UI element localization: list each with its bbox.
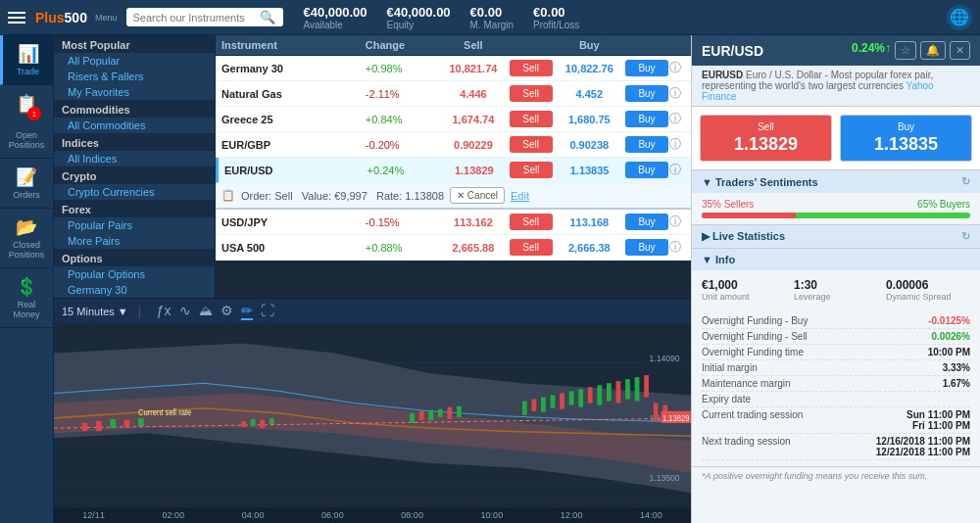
sell-button-area[interactable]: Sell [510, 60, 554, 76]
table-row[interactable]: USA 500 +0.88% 2,665.88 Sell 2,666.38 Bu… [216, 235, 691, 261]
buy-button-area[interactable]: Buy [625, 60, 669, 76]
overnight-sell-label: Overnight Funding - Sell [702, 331, 808, 342]
sentiment-fill [702, 213, 796, 218]
svg-rect-34 [597, 385, 602, 404]
svg-rect-32 [578, 389, 583, 406]
chart-tool-fullscreen[interactable]: ⛶ [261, 303, 274, 320]
category-popular-options[interactable]: Popular Options [54, 266, 215, 282]
live-statistics-section: ▶ Live Statistics ↻ [692, 225, 980, 249]
globe-icon[interactable]: 🌐 [947, 5, 972, 30]
info-icon[interactable]: ⓘ [669, 214, 685, 230]
overnight-time-label: Overnight Funding time [702, 347, 804, 357]
search-box[interactable]: 🔍 [126, 8, 283, 26]
info-row-initial-margin: Initial margin 3.33% [702, 360, 970, 376]
search-icon[interactable]: 🔍 [260, 10, 275, 24]
rp-sell-box[interactable]: Sell 1.13829 [700, 115, 832, 162]
stat-profit-loss: €0.00 Profit/Loss [533, 5, 579, 30]
buy-button[interactable]: Buy [625, 214, 668, 230]
bell-button[interactable]: 🔔 [920, 41, 946, 60]
category-all-commodities[interactable]: All Commodities [54, 118, 215, 133]
chart-tool-wave[interactable]: ∿ [179, 303, 191, 320]
svg-rect-27 [532, 400, 537, 411]
svg-rect-28 [541, 397, 546, 411]
buy-button[interactable]: Buy [625, 162, 668, 178]
logo-area: Plus500 Menu [8, 10, 117, 25]
svg-rect-11 [82, 423, 88, 431]
search-input[interactable] [132, 12, 260, 24]
category-all-popular[interactable]: All Popular [54, 53, 215, 69]
edit-link[interactable]: Edit [511, 190, 529, 202]
sidebar-item-closed-positions[interactable]: 📂 Closed Positions [0, 209, 53, 268]
table-row[interactable]: EUR/GBP -0.20% 0.90229 Sell 0.90238 Buy … [216, 132, 691, 158]
buy-button[interactable]: Buy [625, 239, 668, 256]
info-icon[interactable]: ⓘ [669, 111, 685, 127]
timeframe-chevron-icon: ▼ [118, 306, 128, 317]
sidebar-item-orders[interactable]: 📝 Orders [0, 159, 53, 209]
sell-value: 1,674.74 [437, 114, 509, 125]
buy-button[interactable]: Buy [625, 85, 668, 102]
x-label-06: 06:00 [293, 510, 372, 520]
buy-button[interactable]: Buy [625, 111, 668, 127]
chart-tool-mountain[interactable]: ⛰ [199, 303, 213, 320]
instrument-change: +0.98% [366, 63, 437, 74]
real-money-icon: 💲 [16, 276, 37, 298]
rp-buy-box[interactable]: Buy 1.13835 [840, 115, 972, 162]
sell-button[interactable]: Sell [510, 239, 553, 256]
cancel-button[interactable]: ✕ Cancel [450, 187, 505, 204]
sell-button[interactable]: Sell [510, 214, 553, 230]
category-all-indices[interactable]: All Indices [54, 151, 215, 166]
category-popular-pairs[interactable]: Popular Pairs [54, 217, 215, 233]
chart-tool-draw[interactable]: ✏ [241, 303, 253, 320]
sell-button[interactable]: Sell [510, 111, 553, 127]
sentiment-refresh-icon[interactable]: ↻ [961, 175, 970, 188]
info-icon[interactable]: ⓘ [669, 162, 685, 178]
close-panel-button[interactable]: ✕ [950, 41, 970, 60]
live-stats-refresh-icon[interactable]: ↻ [961, 230, 970, 243]
info-rows: Overnight Funding - Buy -0.0125% Overnig… [692, 309, 980, 466]
info-icon[interactable]: ⓘ [669, 136, 685, 153]
table-row-selected[interactable]: EUR/USD +0.24% 1.13829 Sell 1.13835 Buy … [216, 158, 691, 183]
info-row-current-session: Current trading session Sun 11:00 PMFri … [702, 407, 970, 434]
sell-value: 113.162 [437, 216, 509, 228]
buy-button[interactable]: Buy [625, 136, 668, 153]
chart-tool-settings[interactable]: ⚙ [220, 303, 233, 320]
buy-button[interactable]: Buy [625, 60, 668, 76]
sidebar-item-real-money[interactable]: 💲 Real Money [0, 268, 53, 328]
initial-margin-label: Initial margin [702, 362, 758, 373]
category-crypto-currencies[interactable]: Crypto Currencies [54, 184, 215, 200]
category-commodities: Commodities [54, 100, 215, 118]
star-button[interactable]: ☆ [895, 41, 916, 60]
order-row: 📋 Order: Sell Value: €9,997 Rate: 1.1380… [216, 183, 691, 210]
table-row[interactable]: USD/JPY -0.15% 113.162 Sell 113.168 Buy … [216, 210, 691, 235]
menu-button[interactable] [8, 12, 25, 24]
info-header[interactable]: ▼ Info [692, 249, 980, 270]
info-icon[interactable]: ⓘ [669, 239, 685, 256]
live-statistics-header[interactable]: ▶ Live Statistics ↻ [692, 225, 980, 248]
info-icon[interactable]: ⓘ [669, 85, 685, 102]
category-more-pairs[interactable]: More Pairs [54, 233, 215, 249]
svg-rect-33 [588, 387, 593, 403]
category-risers-fallers[interactable]: Risers & Fallers [54, 69, 215, 84]
sell-button[interactable]: Sell [510, 162, 553, 178]
chart-tool-fx[interactable]: ƒx [157, 303, 172, 320]
sidebar-item-open-positions[interactable]: 📋 1 Open Positions [0, 85, 53, 159]
table-row[interactable]: Natural Gas -2.11% 4.446 Sell 4.452 Buy … [216, 81, 691, 107]
chart-tools: ƒx ∿ ⛰ ⚙ ✏ ⛶ [157, 303, 274, 320]
current-session-value: Sun 11:00 PMFri 11:00 PM [906, 409, 970, 431]
sell-button[interactable]: Sell [510, 136, 553, 153]
right-panel: EUR/USD 0.24%↑ ☆ 🔔 ✕ EURUSD Euro / U.S. … [691, 35, 980, 523]
table-row[interactable]: Germany 30 +0.98% 10,821.74 Sell 10,822.… [216, 56, 691, 81]
initial-margin-value: 3.33% [943, 362, 970, 373]
sidebar-item-trade[interactable]: 📊 Trade [0, 35, 53, 85]
chart-timeframe-selector[interactable]: 15 Minutes ▼ [62, 306, 128, 317]
category-germany30[interactable]: Germany 30 [54, 282, 215, 298]
table-row[interactable]: Greece 25 +0.84% 1,674.74 Sell 1,680.75 … [216, 107, 691, 132]
info-icon[interactable]: ⓘ [669, 60, 685, 76]
info-grid: €1,000 Unit amount 1:30 Leverage 0.00006… [692, 270, 980, 309]
traders-sentiment-header[interactable]: ▼ Traders' Sentiments ↻ [692, 170, 980, 193]
sell-button[interactable]: Sell [510, 60, 553, 76]
sell-button[interactable]: Sell [510, 85, 553, 102]
category-my-favorites[interactable]: My Favorites [54, 84, 215, 100]
right-panel-header: EUR/USD 0.24%↑ ☆ 🔔 ✕ [692, 35, 980, 66]
buy-value: 4.452 [554, 88, 625, 100]
